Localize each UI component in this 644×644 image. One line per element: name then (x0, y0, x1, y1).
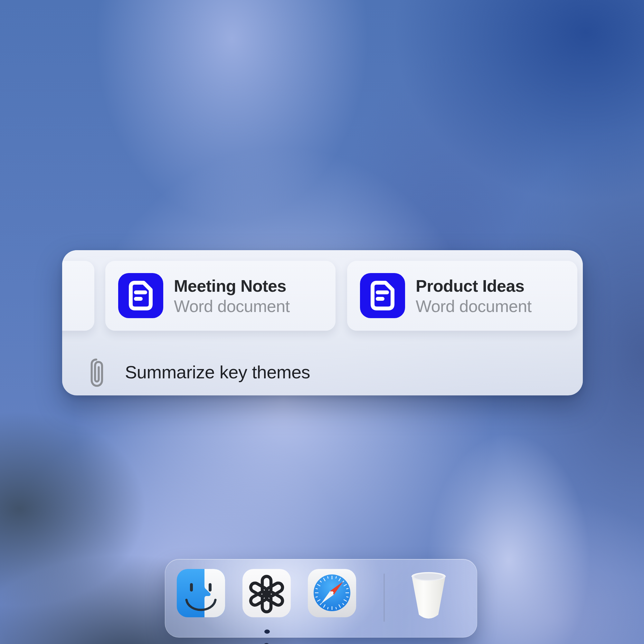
attachment-title: Product Ideas (416, 276, 571, 296)
word-document-icon (118, 273, 163, 318)
finder-icon[interactable] (177, 569, 225, 617)
chatgpt-icon[interactable] (242, 569, 291, 617)
attachment-subtitle: Word document (174, 297, 329, 316)
dock (165, 559, 477, 638)
attachment-subtitle: Word document (416, 297, 571, 316)
word-document-icon (360, 273, 405, 318)
desktop-wallpaper: Meeting Notes Word document Product Idea… (0, 0, 644, 644)
paperclip-icon[interactable] (89, 357, 103, 387)
attachment-card-partial[interactable] (62, 261, 94, 331)
attachments-panel: Meeting Notes Word document Product Idea… (62, 250, 583, 395)
prompt-input[interactable]: Summarize key themes (62, 354, 583, 390)
safari-icon[interactable] (308, 569, 356, 617)
attachment-card-meeting-notes[interactable]: Meeting Notes Word document (105, 261, 336, 331)
dock-separator (384, 573, 385, 622)
attachment-title: Meeting Notes (174, 276, 329, 296)
attachment-card-product-ideas[interactable]: Product Ideas Word document (347, 261, 577, 331)
trash-icon[interactable] (406, 568, 451, 623)
prompt-text: Summarize key themes (125, 362, 310, 383)
chatgpt-running-indicator (264, 630, 270, 634)
